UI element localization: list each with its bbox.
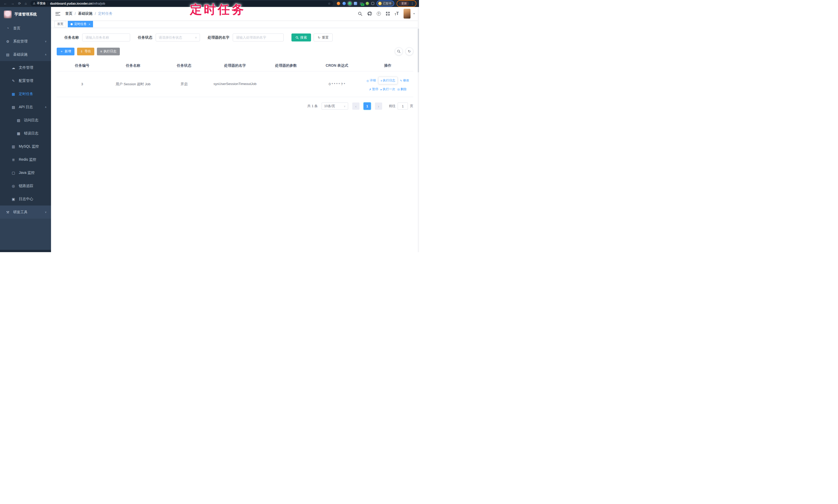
handler-name-input[interactable] [233, 34, 284, 41]
sidebar-item-label: MySQL 监控 [19, 144, 39, 149]
job-status-select[interactable]: 请选择任务状态 ∨ [156, 34, 200, 41]
sidebar-item-file-management[interactable]: ☁ 文件管理 [0, 61, 51, 74]
breadcrumb-home[interactable]: 首页 [65, 11, 72, 16]
fullscreen-icon[interactable] [386, 12, 390, 16]
cloud-upload-icon: ☁ [11, 66, 16, 70]
sidebar-item-log-center[interactable]: ▣ 日志中心 [0, 192, 51, 205]
sidebar-item-label: 基础设施 [13, 52, 28, 57]
sidebar-item-label: Java 监控 [19, 170, 35, 175]
extension-orange-icon[interactable] [337, 2, 340, 5]
update-chip-group: 更新 ⋮ [397, 0, 416, 7]
table-row: 3 用户 Session 超时 Job 开启 sysUserSessionTim… [57, 71, 413, 97]
forward-icon[interactable]: → [11, 2, 14, 5]
breadcrumb-current: 定时任务 [98, 11, 112, 16]
breadcrumb-infrastructure[interactable]: 基础设施 [78, 11, 92, 16]
extension-grid-icon[interactable] [354, 2, 357, 5]
app-window: 芋道管理系统 ◔ 首页 ⚙ 系统管理 ∨ ▤ 基础设施 ∧ [0, 7, 419, 252]
sidebar-item-config-management[interactable]: ✎ 配置管理 [0, 74, 51, 87]
detail-link[interactable]: ◎ 详细 [367, 78, 376, 83]
edit-link[interactable]: ✎ 修改 [400, 78, 409, 83]
pause-link[interactable]: ✗ 暂停 [369, 87, 378, 91]
execution-log-button-label: 执行日志 [104, 49, 117, 54]
caret-down-icon[interactable]: ▾ [413, 12, 415, 15]
delete-link[interactable]: ⊟ 删除 [397, 87, 407, 91]
next-page-button[interactable]: › [375, 103, 382, 110]
update-button[interactable]: 更新 [399, 1, 409, 6]
run-once-link[interactable]: ▸ 执行一次 [381, 87, 395, 91]
sidebar-item-label: 定时任务 [19, 92, 33, 96]
tab-scheduled-jobs[interactable]: 定时任务 × [68, 21, 93, 27]
home-icon[interactable]: ⌂ [25, 2, 27, 5]
export-button[interactable]: ⇩ 导出 [77, 48, 94, 55]
api-log-icon: ▧ [11, 105, 16, 109]
page-size-select[interactable]: 10条/页 ∨ [321, 103, 348, 110]
search-button[interactable]: 搜索 [292, 34, 311, 41]
sidebar-item-api-logs[interactable]: ▧ API 日志 ∧ [0, 101, 51, 113]
paused-extension-chip[interactable]: 已暂停 [377, 1, 394, 6]
extension-green-check-icon[interactable] [348, 2, 351, 5]
search-form: 任务名称 任务状态 请选择任务状态 ∨ 处理器的名字 [57, 34, 413, 41]
sidebar: 芋道管理系统 ◔ 首页 ⚙ 系统管理 ∨ ▤ 基础设施 ∧ [0, 7, 51, 252]
sidebar-item-error-logs[interactable]: ▩ 错误日志 [0, 127, 51, 140]
app-logo[interactable]: 芋道管理系统 [0, 7, 51, 22]
col-actions: 操作 [362, 60, 413, 71]
tab-close-icon[interactable]: × [89, 23, 90, 26]
export-button-label: 导出 [85, 49, 91, 54]
sidebar-item-label: 研发工具 [13, 210, 28, 215]
cell-job-status: 开启 [158, 71, 209, 97]
reload-icon[interactable]: ⟳ [18, 2, 21, 5]
extension-tool-icon[interactable] [366, 2, 369, 5]
sidebar-item-redis-monitor[interactable]: ≣ Redis 监控 [0, 153, 51, 166]
current-page-button[interactable]: 1 [364, 103, 371, 110]
hamburger-icon[interactable] [55, 12, 60, 15]
font-size-icon[interactable]: TT [395, 11, 399, 16]
search-icon[interactable] [358, 12, 362, 16]
paused-label: 已暂停 [383, 2, 391, 5]
browser-menu-icon[interactable]: ⋮ [411, 2, 414, 5]
sidebar-item-access-logs[interactable]: ▨ 访问日志 [0, 113, 51, 127]
browser-address-bar[interactable]: ⚠ 不安全 dashboard.yudao.iocoder.cn /infra/… [30, 1, 333, 6]
sidebar-item-dev-tools[interactable]: ⚒ 研发工具 ∨ [0, 205, 51, 219]
page-unit-label: 页 [410, 104, 413, 108]
tab-label: 首页 [57, 22, 64, 26]
extensions-puzzle-icon[interactable] [371, 2, 374, 5]
extension-blue-icon[interactable] [343, 2, 346, 5]
browser-nav-buttons: ← → ⟳ ⌂ [4, 2, 27, 5]
execution-log-button[interactable]: ≡ 执行日志 [97, 48, 120, 55]
sidebar-item-java-monitor[interactable]: ▢ Java 监控 [0, 166, 51, 179]
scrollbar-thumb[interactable] [418, 29, 419, 72]
goto-page-input[interactable] [398, 103, 408, 110]
security-label: 不安全 [37, 2, 46, 5]
tab-home[interactable]: 首页 [54, 21, 66, 27]
job-log-link[interactable]: ≡ 执行日志 [378, 77, 398, 84]
add-button[interactable]: ＋ 新增 [57, 48, 74, 55]
chevron-up-icon: ∧ [45, 53, 47, 56]
extension-list-icon[interactable]: on [360, 2, 363, 5]
sidebar-item-mysql-monitor[interactable]: ▥ MySQL 监控 [0, 140, 51, 153]
search-toggle-icon[interactable] [395, 48, 403, 55]
refresh-table-icon[interactable]: ↻ [405, 48, 413, 55]
sidebar-item-system-management[interactable]: ⚙ 系统管理 ∨ [0, 35, 51, 48]
back-icon[interactable]: ← [4, 2, 7, 5]
user-avatar[interactable] [404, 9, 411, 19]
job-name-input[interactable] [82, 34, 130, 41]
eye-icon: ◎ [367, 79, 369, 82]
breadcrumb-separator: / [75, 12, 76, 16]
col-job-id: 任务编号 [57, 60, 108, 71]
sidebar-item-home[interactable]: ◔ 首页 [0, 22, 51, 35]
bookmark-star-icon[interactable]: ☆ [328, 2, 331, 5]
toolbox-icon: ⚒ [5, 210, 10, 214]
access-log-icon: ▨ [16, 118, 21, 122]
jobs-table: 任务编号 任务名称 任务状态 处理器的名字 处理器的参数 CRON 表达式 操作… [57, 60, 413, 97]
navbar-actions: ? TT ▾ [358, 9, 415, 19]
sidebar-item-infrastructure[interactable]: ▤ 基础设施 ∧ [0, 48, 51, 61]
help-icon[interactable]: ? [377, 12, 381, 16]
page-scrollbar[interactable] [418, 7, 419, 252]
prev-page-button[interactable]: ‹ [352, 103, 360, 110]
sidebar-item-scheduled-jobs[interactable]: ▦ 定时任务 [0, 87, 51, 101]
browser-chrome: ← → ⟳ ⌂ ⚠ 不安全 dashboard.yudao.iocoder.cn… [0, 0, 419, 7]
github-icon[interactable] [367, 11, 372, 16]
sidebar-item-trace[interactable]: ◎ 链路追踪 [0, 179, 51, 192]
reset-button[interactable]: ↻ 重置 [314, 34, 333, 41]
pencil-icon: ✎ [400, 79, 402, 82]
